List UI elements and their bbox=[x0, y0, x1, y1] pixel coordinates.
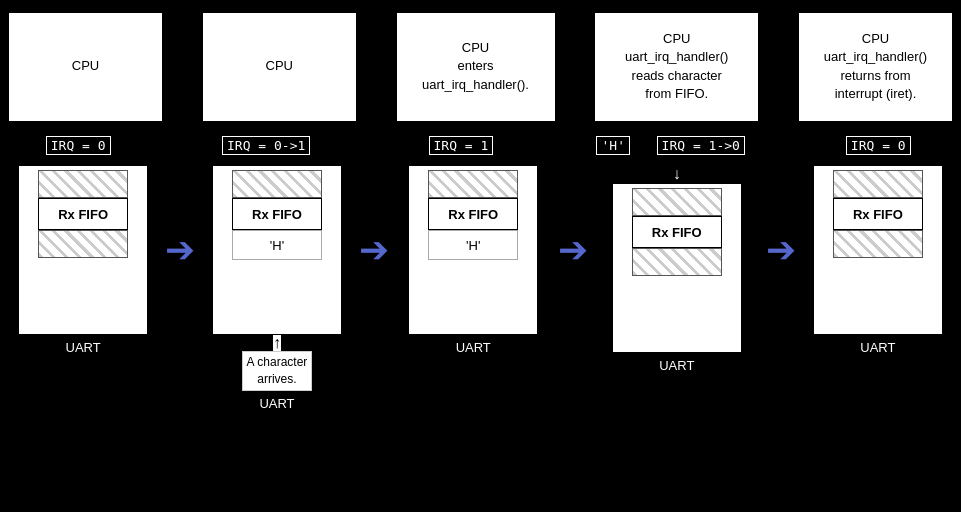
uart4-hatch-bottom bbox=[632, 248, 722, 276]
irq-row: IRQ = 0 IRQ = 0->1 IRQ = 1 'H' IRQ = 1->… bbox=[0, 125, 961, 161]
cpu2-label: CPU bbox=[266, 57, 293, 75]
uart2-block: Rx FIFO 'H' ↑ A characterarrives. UART bbox=[202, 165, 352, 411]
blue-arrow-3: ➔ bbox=[558, 232, 588, 268]
cpu3-col: CPU enters uart_irq_handler(). bbox=[396, 12, 556, 122]
cpu3-label: CPU enters uart_irq_handler(). bbox=[422, 39, 529, 94]
uart4-container: Rx FIFO bbox=[612, 183, 742, 353]
irq4-col: IRQ = 1->0 bbox=[643, 136, 758, 155]
h-label-col: 'H' bbox=[583, 136, 643, 155]
cpu5-col: CPU uart_irq_handler() returns from inte… bbox=[798, 12, 953, 122]
uart2-fifo: Rx FIFO 'H' bbox=[217, 170, 337, 260]
uart4-label: UART bbox=[659, 358, 694, 373]
cpu1-col: CPU bbox=[8, 12, 163, 122]
uart4-block: ↓ Rx FIFO UART bbox=[594, 165, 759, 373]
uart1-hatch-top bbox=[38, 170, 128, 198]
uart3-rxfifo-label: Rx FIFO bbox=[448, 207, 498, 222]
cpu-box-3: CPU enters uart_irq_handler(). bbox=[396, 12, 556, 122]
uart3-char-box: 'H' bbox=[428, 230, 518, 260]
cpu-box-1: CPU bbox=[8, 12, 163, 122]
irq5-col: IRQ = 0 bbox=[804, 136, 953, 155]
cpu4-col: CPU uart_irq_handler() reads character f… bbox=[594, 12, 759, 122]
irq-label-4: IRQ = 1->0 bbox=[657, 136, 745, 155]
uart2-annotation: A characterarrives. bbox=[242, 351, 313, 391]
h-char-label: 'H' bbox=[596, 136, 629, 155]
main-layout: CPU CPU CPU enters uart_irq_handler(). C… bbox=[0, 0, 961, 512]
uart3-block: Rx FIFO 'H' UART bbox=[396, 165, 551, 355]
uart2-up-arrow-icon: ↑ bbox=[273, 335, 281, 351]
arrow3: ➔ bbox=[551, 165, 595, 335]
uart4-down-arrow-area: ↓ bbox=[632, 165, 722, 183]
uart3-rxfifo: Rx FIFO bbox=[428, 198, 518, 230]
uart3-label: UART bbox=[456, 340, 491, 355]
uart1-hatch-bottom bbox=[38, 230, 128, 258]
irq4-group: 'H' IRQ = 1->0 bbox=[583, 136, 758, 155]
cpu-box-2: CPU bbox=[202, 12, 357, 122]
uart4-fifo: Rx FIFO bbox=[617, 188, 737, 276]
uart3-fifo: Rx FIFO 'H' bbox=[413, 170, 533, 260]
irq2-col: IRQ = 0->1 bbox=[194, 136, 339, 155]
uart4-down-arrow-icon: ↓ bbox=[673, 166, 681, 182]
uart5-block: Rx FIFO UART bbox=[803, 165, 953, 355]
irq-label-1: IRQ = 0 bbox=[46, 136, 111, 155]
cpu4-label: CPU uart_irq_handler() reads character f… bbox=[625, 30, 728, 103]
uart4-rxfifo-label: Rx FIFO bbox=[652, 225, 702, 240]
cpu-row: CPU CPU CPU enters uart_irq_handler(). C… bbox=[0, 0, 961, 125]
uart5-label: UART bbox=[860, 340, 895, 355]
irq1-col: IRQ = 0 bbox=[8, 136, 148, 155]
uart2-container: Rx FIFO 'H' bbox=[212, 165, 342, 335]
uart1-rxfifo-label: Rx FIFO bbox=[58, 207, 108, 222]
arrow2: ➔ bbox=[352, 165, 396, 335]
uart5-rxfifo-label: Rx FIFO bbox=[853, 207, 903, 222]
irq-label-2: IRQ = 0->1 bbox=[222, 136, 310, 155]
cpu-box-4: CPU uart_irq_handler() reads character f… bbox=[594, 12, 759, 122]
arrow1: ➔ bbox=[158, 165, 202, 335]
uart5-hatch-top bbox=[833, 170, 923, 198]
annotation-text: A characterarrives. bbox=[247, 355, 308, 386]
uart3-hatch-top bbox=[428, 170, 518, 198]
uart4-hatch-top bbox=[632, 188, 722, 216]
blue-arrow-2: ➔ bbox=[359, 232, 389, 268]
uart2-char: 'H' bbox=[270, 238, 284, 253]
uart5-rxfifo: Rx FIFO bbox=[833, 198, 923, 230]
cpu2-col: CPU bbox=[202, 12, 357, 122]
uart5-container: Rx FIFO bbox=[813, 165, 943, 335]
cpu-box-5: CPU uart_irq_handler() returns from inte… bbox=[798, 12, 953, 122]
uart1-container: Rx FIFO bbox=[18, 165, 148, 335]
uart3-char: 'H' bbox=[466, 238, 480, 253]
uart3-container: Rx FIFO 'H' bbox=[408, 165, 538, 335]
uart2-hatch-top bbox=[232, 170, 322, 198]
irq-label-5: IRQ = 0 bbox=[846, 136, 911, 155]
uart1-fifo: Rx FIFO bbox=[23, 170, 143, 258]
uart2-label: UART bbox=[259, 396, 294, 411]
uart5-hatch-bottom bbox=[833, 230, 923, 258]
uart5-fifo: Rx FIFO bbox=[818, 170, 938, 258]
uart1-label: UART bbox=[66, 340, 101, 355]
blue-arrow-4: ➔ bbox=[766, 232, 796, 268]
uart4-rxfifo: Rx FIFO bbox=[632, 216, 722, 248]
irq-label-3: IRQ = 1 bbox=[429, 136, 494, 155]
cpu5-label: CPU uart_irq_handler() returns from inte… bbox=[824, 30, 927, 103]
irq3-col: IRQ = 1 bbox=[384, 136, 538, 155]
uart2-rxfifo-label: Rx FIFO bbox=[252, 207, 302, 222]
arrow4: ➔ bbox=[759, 165, 803, 335]
uart1-rxfifo: Rx FIFO bbox=[38, 198, 128, 230]
uart2-char-box: 'H' bbox=[232, 230, 322, 260]
uart2-rxfifo: Rx FIFO bbox=[232, 198, 322, 230]
uart1-block: Rx FIFO UART bbox=[8, 165, 158, 355]
uart-row: Rx FIFO UART ➔ Rx FIFO 'H' bbox=[0, 161, 961, 421]
cpu1-label: CPU bbox=[72, 57, 99, 75]
uart2-annotation-area: ↑ A characterarrives. bbox=[242, 335, 313, 391]
blue-arrow-1: ➔ bbox=[165, 232, 195, 268]
